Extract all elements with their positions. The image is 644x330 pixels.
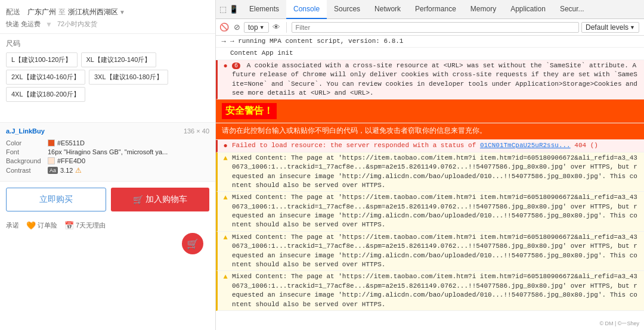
shipping-time: 72小时内发货: [57, 20, 97, 29]
inspector-bg-row: Background #FFE4D0: [6, 157, 209, 164]
tab-application[interactable]: Application: [503, 0, 553, 19]
shipping-arrow-icon: 至: [58, 7, 66, 17]
shipping-to: 浙江杭州西湖区: [68, 7, 118, 17]
console-security-warning: 安全警告！: [216, 99, 644, 123]
console-line-4: ● Failed to load resource: the server re…: [216, 140, 644, 152]
cart-overlay-button[interactable]: 🛒: [182, 233, 203, 254]
size-grid: L【建议100-120斤】 XL【建议120-140斤】 2XL【建议140-1…: [6, 52, 209, 102]
contrast-warning-icon: ⚠: [75, 166, 82, 175]
console-warn-icon-5: ▲: [221, 154, 230, 163]
context-selector[interactable]: top ▼: [244, 22, 269, 33]
console-info-icon: [219, 49, 228, 58]
inspector-font-value: 16px "Hiragino Sans GB", "microsoft ya..…: [48, 148, 168, 155]
size-row-2: 2XL【建议140-160斤】 3XL【建议160-180斤】: [6, 70, 209, 85]
promise-row: 承诺 🧡 订单险 📅 7天无理由: [0, 217, 215, 234]
inspector-bg-label: Background: [6, 157, 48, 164]
add-to-cart-button[interactable]: 🛒 加入购物车: [111, 188, 210, 211]
promise-icon-1: 📅: [64, 221, 74, 230]
devtools-corner-text: © DM | ©一Shey: [597, 319, 642, 329]
promise-text-1: 7天无理由: [76, 221, 106, 230]
console-security-sub: 请勿在此控制台输入或粘贴你不明白的代码，以避免攻击者窃取你的信息来冒充你。: [216, 123, 644, 140]
levels-selector[interactable]: Default levels ▼: [581, 22, 639, 33]
console-line-2: ● 6 A cookie associated with a cross-sit…: [216, 60, 644, 100]
console-line-0: → → running MPA content script, version:…: [216, 36, 644, 48]
console-output[interactable]: → → running MPA content script, version:…: [216, 36, 644, 330]
size-option-4[interactable]: 4XL【建议180-200斤】: [6, 87, 85, 102]
security-message: 请勿在此控制台输入或粘贴你不明白的代码，以避免攻击者窃取你的信息来冒充你。: [222, 126, 487, 136]
clear-console-icon[interactable]: 🚫: [218, 21, 230, 33]
devtools-tabs-bar: ⬚ 📱 Elements Console Sources Network Per…: [216, 0, 644, 19]
shipping-method[interactable]: 快递 免运费: [6, 20, 41, 29]
inspector-color-row: Color #E5511D: [6, 139, 209, 147]
inspector-contrast-row: Contrast Aa 3.12 ⚠: [6, 166, 209, 175]
promise-label: 承诺: [6, 221, 19, 230]
levels-dropdown-icon: ▼: [630, 24, 635, 30]
filter-icon[interactable]: ⊘: [233, 21, 242, 33]
console-text-1: Content App init: [230, 49, 640, 58]
console-text-7: Mixed Content: The page at 'https://item…: [232, 233, 640, 270]
console-error-icon-2: ●: [221, 62, 230, 70]
shipping-dropdown-icon: ▼: [119, 9, 125, 15]
size-section: 尺码 L【建议100-120斤】 XL【建议120-140斤】 2XL【建议14…: [0, 34, 215, 123]
console-error-icon-4: ●: [221, 142, 230, 150]
inspector-color-label: Color: [6, 139, 48, 147]
inspector-element-title: a.J_LinkBuy: [6, 127, 45, 135]
size-option-2[interactable]: 2XL【建议140-160斤】: [6, 70, 85, 85]
context-label: top: [248, 23, 258, 32]
tab-performance[interactable]: Performance: [408, 0, 463, 19]
buy-now-button[interactable]: 立即购买: [6, 188, 106, 211]
inspector-font-label: Font: [6, 148, 48, 155]
contrast-number: 3.12: [60, 167, 73, 174]
size-option-1[interactable]: XL【建议120-140斤】: [81, 52, 157, 67]
tab-memory[interactable]: Memory: [463, 0, 503, 19]
inspector-bg-value: #FFE4D0: [48, 157, 85, 164]
size-option-3[interactable]: 3XL【建议160-180斤】: [89, 70, 168, 85]
eye-icon[interactable]: 👁: [271, 21, 281, 33]
console-warn-icon-8: ▲: [221, 273, 230, 281]
levels-label: Default levels: [586, 23, 628, 32]
console-line-6: ▲ Mixed Content: The page at 'https://it…: [216, 192, 644, 232]
promise-item-1: 📅 7天无理由: [64, 221, 106, 230]
promise-icon-0: 🧡: [26, 221, 36, 230]
console-warn-icon-6: ▲: [221, 194, 230, 202]
bg-color-swatch: [48, 157, 55, 164]
inspector-dimensions: 136 × 40: [184, 127, 209, 137]
size-label: 尺码: [6, 39, 209, 49]
context-dropdown-icon: ▼: [259, 24, 265, 30]
devtools-mobile-icon[interactable]: 📱: [229, 5, 239, 14]
inspector-font-row: Font 16px "Hiragino Sans GB", "microsoft…: [6, 148, 209, 155]
console-line-5: ▲ Mixed Content: The page at 'https://it…: [216, 152, 644, 192]
buy-section: 立即购买 🛒 加入购物车: [0, 182, 215, 217]
console-filter-input[interactable]: [292, 22, 579, 33]
cart-button-label: 加入购物车: [145, 194, 187, 205]
shipping-section: 配送 广东广州 至 浙江杭州西湖区 ▼ 快递 免运费 ▼ 72小时内发货: [0, 0, 215, 34]
shipping-sep: ▼: [45, 20, 52, 29]
console-text-5: Mixed Content: The page at 'https://item…: [232, 154, 640, 191]
console-arrow-icon: →: [219, 38, 228, 46]
console-text-4: Failed to load resource: the server resp…: [232, 141, 640, 150]
inspector-section: a.J_LinkBuy 136 × 40 Color #E5511D Font …: [0, 123, 215, 182]
console-text-6: Mixed Content: The page at 'https://item…: [232, 193, 640, 230]
error-badge: 6: [232, 63, 240, 69]
devtools-panel: ⬚ 📱 Elements Console Sources Network Per…: [216, 0, 644, 330]
shipping-from: 广东广州: [27, 7, 56, 17]
devtools-inspect-icon[interactable]: ⬚: [219, 5, 227, 14]
console-text-2: 6 A cookie associated with a cross-site …: [232, 61, 640, 98]
console-warn-icon-7: ▲: [221, 234, 230, 242]
error-link[interactable]: 01CN01TmCpaU25uR2ssu...: [480, 142, 571, 149]
inspector-contrast-value: Aa 3.12 ⚠: [48, 166, 82, 175]
console-text-0: → running MPA content script, version: 6…: [230, 37, 640, 46]
inspector-color-value: #E5511D: [48, 139, 85, 147]
security-title: 安全警告！: [222, 103, 277, 119]
size-option-0[interactable]: L【建议100-120斤】: [6, 52, 78, 67]
color-swatch: [48, 139, 55, 147]
devtools-toolbar: 🚫 ⊘ top ▼ 👁 Default levels ▼: [216, 19, 644, 36]
tab-elements[interactable]: Elements: [242, 0, 286, 19]
cart-overlay-icon: 🛒: [187, 238, 199, 250]
tab-security[interactable]: Secur...: [553, 0, 592, 19]
tab-network[interactable]: Network: [367, 0, 408, 19]
left-panel: 配送 广东广州 至 浙江杭州西湖区 ▼ 快递 免运费 ▼ 72小时内发货 尺码 …: [0, 0, 216, 330]
shipping-label: 配送: [6, 7, 27, 17]
tab-console[interactable]: Console: [286, 0, 327, 19]
tab-sources[interactable]: Sources: [327, 0, 367, 19]
